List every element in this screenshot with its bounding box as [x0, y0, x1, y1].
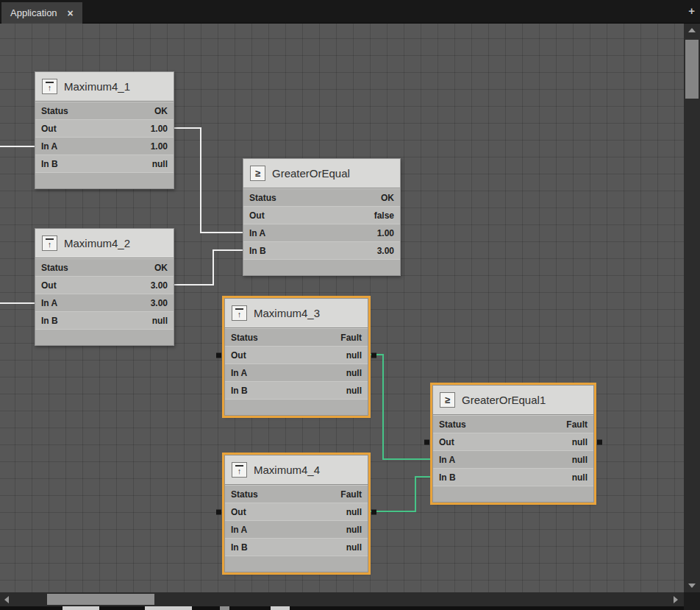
node-footer [225, 399, 368, 415]
add-tab-button[interactable]: + [688, 5, 695, 16]
node-row-in-a[interactable]: In A 3.00 [35, 294, 174, 311]
row-value: OK [154, 106, 168, 116]
wire[interactable] [174, 128, 243, 233]
node-maximum4_4[interactable]: ↑ Maximum4_4 Status Fault Out null In A … [224, 455, 368, 572]
output-pin-left[interactable] [424, 439, 429, 444]
node-header[interactable]: ↑ Maximum4_2 [35, 229, 174, 258]
row-label: In B [231, 386, 248, 396]
row-label: In A [249, 228, 265, 238]
node-row-out[interactable]: Out null [225, 346, 368, 363]
wire[interactable] [174, 250, 243, 285]
row-value: 1.00 [151, 124, 168, 134]
row-label: Status [231, 489, 258, 500]
bottom-panel-edge [0, 606, 684, 610]
node-maximum4_3[interactable]: ↑ Maximum4_3 Status Fault Out null In A … [224, 298, 368, 416]
horizontal-scrollbar[interactable] [0, 592, 684, 606]
horizontal-scroll-thumb[interactable] [47, 594, 154, 605]
node-row-in-b[interactable]: In B null [35, 311, 174, 329]
row-label: In B [41, 316, 58, 326]
output-pin-right[interactable] [597, 439, 602, 444]
node-row-out[interactable]: Out null [225, 503, 368, 520]
node-row-status[interactable]: Status OK [243, 188, 400, 206]
node-header[interactable]: ↑ Maximum4_4 [225, 455, 368, 485]
node-row-status[interactable]: Status Fault [225, 328, 368, 346]
node-maximum4_1[interactable]: ↑ Maximum4_1 Status OK Out 1.00 In A 1.0… [35, 71, 174, 189]
row-label: Out [439, 437, 454, 447]
row-label: In A [231, 368, 247, 378]
node-row-out[interactable]: Out false [243, 206, 400, 224]
row-label: Status [41, 263, 68, 273]
down-arrow-icon [688, 584, 696, 588]
node-row-in-a[interactable]: In A null [225, 363, 368, 381]
output-pin-right[interactable] [371, 509, 376, 514]
node-row-in-a[interactable]: In A 1.00 [243, 224, 400, 241]
scroll-left-button[interactable] [0, 592, 13, 606]
bottom-edge-segment [63, 606, 99, 610]
row-label: Status [249, 193, 276, 203]
node-header[interactable]: ≥ GreaterOrEqual [243, 159, 400, 188]
node-row-in-b[interactable]: In B null [433, 468, 593, 486]
scrollbar-corner [684, 592, 700, 610]
node-row-status[interactable]: Status OK [35, 102, 174, 119]
node-row-in-a[interactable]: In A null [225, 520, 368, 538]
row-value: null [346, 386, 362, 396]
node-header[interactable]: ↑ Maximum4_1 [35, 72, 174, 102]
tab-label: Application [10, 7, 57, 18]
node-row-out[interactable]: Out 1.00 [35, 119, 174, 137]
output-pin-right[interactable] [371, 352, 376, 358]
node-row-in-b[interactable]: In B null [225, 538, 368, 556]
node-row-in-b[interactable]: In B null [225, 381, 368, 399]
row-label: Status [439, 419, 466, 430]
row-value: 1.00 [151, 141, 168, 152]
node-row-in-a[interactable]: In A null [433, 450, 593, 468]
icon-glyph: ↑ [238, 467, 242, 475]
node-title: Maximum4_2 [64, 237, 130, 249]
row-value: null [346, 542, 362, 553]
node-row-in-a[interactable]: In A 1.00 [35, 137, 174, 155]
wire[interactable] [368, 355, 432, 459]
up-arrow-icon [688, 28, 696, 32]
maximum-icon: ↑ [42, 235, 57, 251]
row-label: Out [41, 280, 57, 291]
node-row-out[interactable]: Out null [433, 433, 593, 450]
node-row-status[interactable]: Status Fault [225, 485, 368, 503]
node-footer [225, 556, 368, 572]
row-label: Status [41, 106, 68, 116]
row-label: Status [231, 333, 258, 343]
vertical-scrollbar[interactable] [684, 24, 700, 592]
node-header[interactable]: ↑ Maximum4_3 [225, 299, 368, 328]
row-label: In A [41, 298, 57, 308]
row-label: In B [439, 472, 456, 483]
row-label: In A [439, 455, 455, 465]
row-value: null [346, 368, 362, 378]
node-row-in-b[interactable]: In B 3.00 [243, 241, 400, 259]
scroll-right-button[interactable] [669, 592, 682, 606]
node-greaterorequal1[interactable]: ≥ GreaterOrEqual1 Status Fault Out null … [432, 385, 594, 503]
node-title: GreaterOrEqual1 [462, 394, 546, 406]
node-header[interactable]: ≥ GreaterOrEqual1 [433, 386, 593, 415]
maximum-icon: ↑ [232, 462, 247, 478]
row-value: OK [154, 263, 168, 273]
row-value: OK [381, 193, 394, 203]
vertical-scroll-thumb[interactable] [685, 40, 699, 99]
node-row-in-b[interactable]: In B null [35, 155, 174, 172]
row-value: null [152, 159, 168, 169]
wire[interactable] [368, 477, 432, 511]
node-row-out[interactable]: Out 3.00 [35, 276, 174, 294]
row-value: Fault [566, 419, 588, 430]
tab-application[interactable]: Application × [1, 2, 82, 24]
node-greaterorequal[interactable]: ≥ GreaterOrEqual Status OK Out false In … [243, 158, 401, 276]
node-title: Maximum4_4 [254, 464, 320, 476]
icon-glyph: ≥ [255, 169, 260, 178]
close-icon[interactable]: × [68, 8, 74, 18]
scroll-up-button[interactable] [684, 24, 700, 37]
scroll-down-button[interactable] [684, 579, 700, 592]
output-pin-left[interactable] [216, 509, 221, 514]
node-maximum4_2[interactable]: ↑ Maximum4_2 Status OK Out 3.00 In A 3.0… [35, 228, 174, 346]
editor-canvas[interactable]: ↑ Maximum4_1 Status OK Out 1.00 In A 1.0… [0, 24, 684, 592]
row-label: Out [249, 210, 265, 221]
node-row-status[interactable]: Status OK [35, 258, 174, 276]
node-row-status[interactable]: Status Fault [433, 415, 593, 433]
icon-glyph: ↑ [48, 84, 52, 92]
output-pin-left[interactable] [216, 352, 221, 358]
